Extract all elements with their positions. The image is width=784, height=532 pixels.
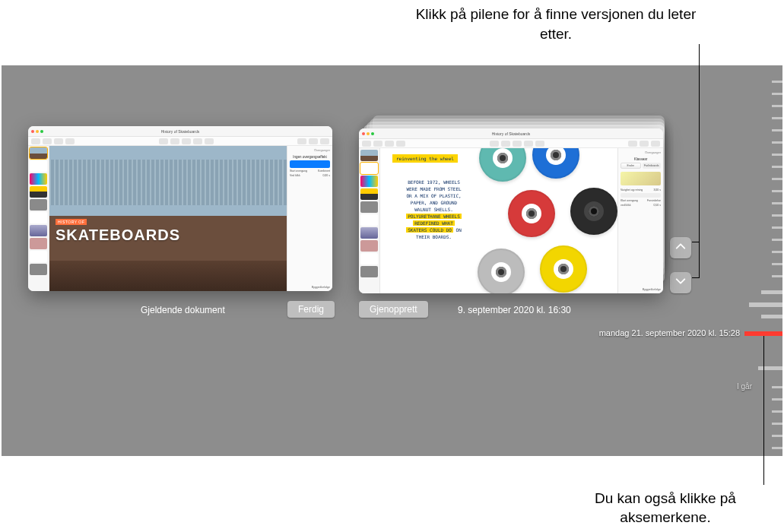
slide-thumb[interactable] — [30, 251, 47, 262]
slide-thumb[interactable] — [30, 225, 47, 236]
toolbar-item[interactable] — [31, 138, 40, 144]
slide-thumb[interactable] — [360, 163, 378, 174]
timeline-tick[interactable] — [761, 315, 782, 318]
timeline-tick[interactable] — [772, 154, 782, 156]
toolbar-item[interactable] — [43, 138, 52, 144]
toolbar-item[interactable] — [513, 141, 522, 147]
slide-thumb[interactable] — [30, 238, 47, 249]
timeline-tick[interactable] — [758, 366, 782, 370]
timeline-tick[interactable] — [772, 423, 782, 425]
slide-thumb[interactable] — [360, 214, 378, 226]
toolbar-item[interactable] — [159, 138, 168, 144]
toolbar-item[interactable] — [396, 141, 405, 147]
timeline-tick[interactable] — [772, 214, 782, 217]
toolbar-item[interactable] — [297, 138, 306, 144]
timeline-tick[interactable] — [772, 166, 782, 168]
slide-thumb[interactable] — [360, 176, 378, 187]
timeline-tick[interactable] — [772, 129, 782, 131]
timeline-tick[interactable] — [772, 410, 782, 413]
slide-thumb[interactable] — [360, 253, 378, 264]
callout-leader-line — [699, 65, 700, 242]
slide-thumb[interactable] — [360, 188, 378, 200]
poster-title: SKATEBOARDS — [56, 226, 180, 244]
toolbar-item[interactable] — [362, 141, 371, 147]
toolbar-item[interactable] — [193, 138, 202, 144]
inspector-row-value: Ved klikk — [290, 174, 300, 177]
toolbar-item[interactable] — [309, 138, 318, 144]
add-effect-button[interactable] — [290, 160, 330, 168]
timeline-tick[interactable] — [772, 93, 782, 95]
slide-canvas: reinventing the wheel BEFORE 1972, WHEEL… — [380, 148, 617, 293]
timeline-tick[interactable] — [772, 239, 782, 241]
slide-body-text: BEFORE 1972, WHEELS WERE MADE FROM STEEL… — [394, 179, 474, 240]
timeline-tick[interactable] — [772, 190, 782, 192]
poster-tag: HISTORY OF — [56, 219, 87, 225]
inspector-dropdown[interactable] — [621, 193, 661, 198]
build-order-button[interactable]: Byggrekkefølge — [290, 286, 330, 289]
slide-thumb[interactable] — [30, 147, 47, 159]
timeline-tick[interactable] — [772, 105, 782, 107]
chevron-up-icon — [675, 241, 686, 255]
window-titlebar: History of Skateboards — [359, 128, 663, 139]
timeline-tick[interactable] — [772, 117, 782, 119]
toolbar-item[interactable] — [320, 138, 329, 144]
inspector-header: Klassear — [621, 157, 661, 161]
timeline-tick[interactable] — [772, 202, 782, 204]
slide-thumb[interactable] — [360, 150, 378, 161]
slide-thumbnails[interactable] — [359, 148, 380, 293]
slide-thumbnails[interactable] — [28, 146, 49, 291]
version-browser-stage: mandag 21. september 2020 kl. 15:28 I gå… — [2, 65, 782, 456]
timeline-tick[interactable] — [772, 398, 782, 401]
toolbar-item[interactable] — [205, 138, 214, 144]
done-button[interactable]: Ferdig — [287, 301, 335, 318]
toolbar-item[interactable] — [524, 141, 533, 147]
nav-up-button[interactable] — [670, 237, 691, 258]
toolbar-item[interactable] — [628, 141, 637, 147]
timeline-tick[interactable] — [772, 447, 782, 449]
inspector-row-label: ved klikk — [621, 204, 630, 207]
toolbar-item[interactable] — [170, 138, 179, 144]
timeline-tick[interactable] — [772, 81, 782, 83]
restore-button[interactable]: Gjenopprett — [359, 301, 428, 318]
timeline-current-label: mandag 21. september 2020 kl. 15:28 — [599, 328, 740, 337]
timeline-tick[interactable] — [761, 290, 782, 294]
timeline-tick[interactable] — [772, 435, 782, 437]
slide-thumb[interactable] — [360, 201, 378, 213]
inspector-tab[interactable]: Endre — [621, 163, 641, 169]
toolbar-item[interactable] — [490, 141, 499, 147]
toolbar-item[interactable] — [373, 141, 382, 147]
callout-leader-line — [699, 242, 700, 277]
timeline-tick[interactable] — [749, 302, 782, 307]
slide-thumb[interactable] — [30, 173, 47, 185]
toolbar-item[interactable] — [54, 138, 63, 144]
timeline-tick[interactable] — [772, 141, 782, 144]
toolbar-item[interactable] — [65, 138, 75, 144]
timeline-tick[interactable] — [772, 263, 782, 265]
timeline-tick[interactable] — [772, 251, 782, 253]
inspector-tab[interactable]: Farlinboards — [643, 163, 662, 169]
toolbar-item[interactable] — [385, 141, 394, 147]
toolbar-item[interactable] — [501, 141, 510, 147]
slide-thumb[interactable] — [360, 227, 378, 239]
slide-thumb[interactable] — [30, 264, 47, 275]
slide-thumb[interactable] — [30, 160, 47, 172]
inspector-row-label: Start overgang — [290, 169, 307, 173]
slide-thumb[interactable] — [30, 199, 47, 211]
toolbar-item[interactable] — [640, 141, 649, 147]
sidebar-tab[interactable]: Overganger — [290, 148, 330, 152]
slide-thumb[interactable] — [30, 186, 47, 198]
slide-thumb[interactable] — [360, 266, 378, 277]
sidebar-tab[interactable]: Overganger — [621, 150, 661, 154]
nav-down-button[interactable] — [670, 272, 691, 293]
slide-thumb[interactable] — [30, 212, 47, 223]
toolbar-item[interactable] — [651, 141, 660, 147]
timeline-tick[interactable] — [772, 226, 782, 229]
timeline-tick[interactable] — [772, 386, 782, 388]
toolbar-item[interactable] — [182, 138, 191, 144]
slide-thumb[interactable] — [360, 240, 378, 252]
timeline-tick[interactable] — [772, 275, 782, 277]
toolbar-item[interactable] — [535, 141, 544, 147]
callout-leader-line — [699, 44, 700, 65]
build-order-button[interactable]: Byggrekkefølge — [621, 288, 661, 291]
timeline-tick[interactable] — [772, 178, 782, 180]
